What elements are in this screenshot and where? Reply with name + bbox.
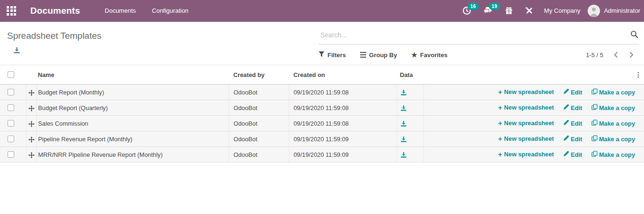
edit-button[interactable]: Edit <box>563 104 582 111</box>
pager-range: 1-5 / 5 <box>586 51 603 59</box>
gift-icon <box>505 7 513 15</box>
new-spreadsheet-button[interactable]: + New spreadsheet <box>498 104 554 111</box>
column-header-created-by[interactable]: Created by <box>229 65 289 85</box>
data-download-icon[interactable] <box>400 89 407 96</box>
pager: 1-5 / 5 <box>586 51 639 59</box>
edit-button[interactable]: Edit <box>563 88 582 96</box>
favorites-button[interactable]: ★ Favorites <box>411 51 447 59</box>
drag-handle-icon[interactable] <box>28 137 35 143</box>
select-all-checkbox[interactable] <box>8 71 14 78</box>
activity-menu[interactable]: 16 <box>456 0 477 22</box>
template-created-by: OdooBot <box>229 116 289 131</box>
new-spreadsheet-button[interactable]: + New spreadsheet <box>498 120 554 127</box>
download-icon <box>13 48 20 55</box>
column-header-created-on[interactable]: Created on <box>289 65 397 85</box>
make-a-copy-button[interactable]: Make a copy <box>591 135 635 143</box>
table-row[interactable]: Budget Report (Monthly) OdooBot 09/19/20… <box>0 85 644 100</box>
make-a-copy-button[interactable]: Make a copy <box>591 120 635 127</box>
menu-documents[interactable]: Documents <box>105 7 136 14</box>
company-switcher[interactable]: My Company <box>544 7 581 14</box>
user-menu[interactable]: Administrator <box>588 5 640 17</box>
row-checkbox[interactable] <box>8 151 14 158</box>
edit-button[interactable]: Edit <box>563 135 582 143</box>
optional-columns-icon[interactable]: ⋮ <box>635 71 642 78</box>
pencil-icon <box>563 88 569 96</box>
search-bar <box>318 27 639 44</box>
make-a-copy-button[interactable]: Make a copy <box>591 104 635 111</box>
data-download-icon[interactable] <box>400 152 407 158</box>
copy-icon <box>591 135 598 143</box>
table-row[interactable]: Pipeline Revenue Report (Monthly) OdooBo… <box>0 131 644 147</box>
copy-icon <box>591 88 598 96</box>
drag-handle-icon[interactable] <box>28 121 35 127</box>
template-created-on: 09/19/2020 11:59:09 <box>289 131 397 147</box>
copy-icon <box>591 120 598 127</box>
column-header-data[interactable]: Data <box>397 65 423 85</box>
template-created-by: OdooBot <box>229 147 289 163</box>
systray: 16 19 <box>456 0 644 22</box>
table-header-row: Name Created by Created on Data ⋮ <box>0 65 644 85</box>
user-name: Administrator <box>604 7 640 14</box>
row-checkbox[interactable] <box>8 104 14 111</box>
messages-menu[interactable]: 19 <box>477 0 499 22</box>
tools-menu[interactable] <box>519 0 539 22</box>
row-checkbox[interactable] <box>8 89 14 95</box>
template-created-on: 09/19/2020 11:59:08 <box>289 100 397 116</box>
export-button[interactable] <box>12 46 21 56</box>
search-button[interactable] <box>627 30 638 40</box>
menu-configuration[interactable]: Configuration <box>152 7 188 14</box>
new-spreadsheet-button[interactable]: + New spreadsheet <box>498 135 554 142</box>
apps-menu-icon[interactable] <box>7 6 16 16</box>
template-name: MRR/NRR Pipeline Revenue Report (Monthly… <box>36 147 229 163</box>
new-spreadsheet-button[interactable]: + New spreadsheet <box>498 151 554 158</box>
star-icon: ★ <box>411 51 417 58</box>
make-a-copy-button[interactable]: Make a copy <box>591 88 635 96</box>
copy-icon <box>591 151 598 158</box>
drag-handle-icon[interactable] <box>28 105 35 111</box>
search-input[interactable] <box>319 31 627 39</box>
page-title: Spreadsheet Templates <box>7 29 318 45</box>
data-download-icon[interactable] <box>400 136 407 143</box>
template-created-by: OdooBot <box>229 131 289 147</box>
plus-icon: + <box>498 135 503 142</box>
new-spreadsheet-button[interactable]: + New spreadsheet <box>498 88 554 95</box>
edit-button[interactable]: Edit <box>563 120 582 127</box>
pencil-icon <box>563 104 569 111</box>
plus-icon: + <box>498 104 503 111</box>
template-name: Budget Report (Quarterly) <box>36 100 229 116</box>
app-title[interactable]: Documents <box>30 6 80 16</box>
filter-funnel-icon <box>318 51 325 59</box>
templates-list: Name Created by Created on Data ⋮ Budget… <box>0 65 644 163</box>
row-checkbox[interactable] <box>8 136 14 142</box>
table-body: Budget Report (Monthly) OdooBot 09/19/20… <box>0 85 644 163</box>
drag-handle-icon[interactable] <box>28 152 35 158</box>
table-row[interactable]: Sales Commission OdooBot 09/19/2020 11:5… <box>0 116 644 131</box>
plus-icon: + <box>498 151 503 158</box>
app-menu: Documents Configuration <box>105 7 188 14</box>
handle-column-header <box>26 65 36 85</box>
template-created-on: 09/19/2020 11:59:08 <box>289 116 397 131</box>
search-options: Filters Group By ★ Favorites <box>318 51 448 59</box>
filters-button[interactable]: Filters <box>318 51 346 59</box>
table-row[interactable]: Budget Report (Quarterly) OdooBot 09/19/… <box>0 100 644 116</box>
pager-next-button[interactable] <box>626 51 637 59</box>
make-a-copy-button[interactable]: Make a copy <box>591 151 635 158</box>
drag-handle-icon[interactable] <box>28 90 35 96</box>
avatar <box>588 5 600 17</box>
template-name: Budget Report (Monthly) <box>36 85 229 100</box>
group-by-button[interactable]: Group By <box>360 51 397 59</box>
row-checkbox[interactable] <box>8 120 14 127</box>
pager-previous-button[interactable] <box>610 51 622 59</box>
template-created-on: 09/19/2020 11:59:08 <box>289 85 397 100</box>
data-download-icon[interactable] <box>400 120 407 127</box>
rewards-menu[interactable] <box>499 0 519 22</box>
table-row[interactable]: MRR/NRR Pipeline Revenue Report (Monthly… <box>0 147 644 163</box>
plus-icon: + <box>498 120 503 127</box>
pencil-icon <box>563 151 569 158</box>
template-created-by: OdooBot <box>229 100 289 116</box>
edit-button[interactable]: Edit <box>563 151 582 158</box>
column-header-name[interactable]: Name <box>36 65 229 85</box>
tools-wrench-icon <box>525 7 533 15</box>
data-download-icon[interactable] <box>400 105 407 111</box>
copy-icon <box>591 104 598 111</box>
